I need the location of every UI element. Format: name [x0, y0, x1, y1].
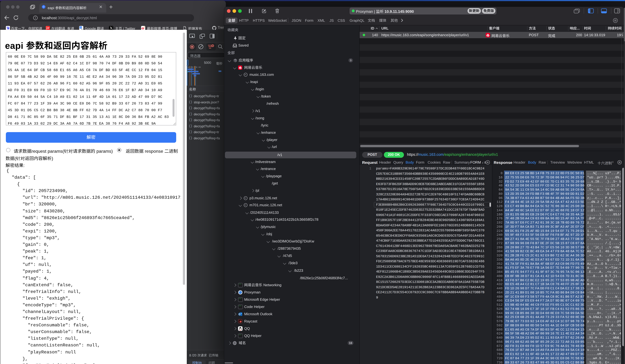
svg-text:A: A: [81, 28, 83, 30]
svg-text:du: du: [7, 28, 8, 30]
